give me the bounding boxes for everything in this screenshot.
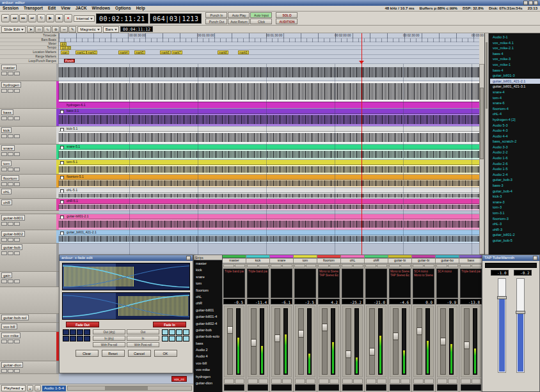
strips-list-item[interactable]: bass: [194, 340, 222, 347]
fader-track[interactable]: [417, 308, 422, 375]
track-name-button[interactable]: snare: [1, 145, 15, 151]
track-record-button[interactable]: [1, 89, 7, 93]
track-mute-button[interactable]: [8, 340, 13, 343]
strip-input-button[interactable]: [389, 264, 400, 267]
auto-return-toggle[interactable]: Auto Return: [228, 19, 250, 24]
track-name-button[interactable]: guitar-dion: [1, 362, 23, 368]
plugin-entry[interactable]: TAP Stereo Echo: [390, 274, 409, 278]
track-record-button[interactable]: [1, 116, 7, 120]
fader-handle[interactable]: [369, 348, 375, 356]
strip-name-button[interactable]: tom: [294, 258, 317, 263]
track-canvas[interactable]: hydrogen-6.1bass-3.1kick-5.1snare-5.1tom…: [59, 64, 479, 255]
track-record-button[interactable]: [1, 72, 7, 75]
fader-handle[interactable]: [251, 339, 257, 347]
region-label-bar[interactable]: ohL-5.1: [59, 188, 479, 193]
gain-tool[interactable]: ∿: [44, 26, 51, 33]
region-list-item[interactable]: ohL-3: [490, 221, 540, 227]
track-name-button[interactable]: master: [1, 65, 17, 70]
with-pre-roll-button[interactable]: With Pre-roll: [93, 342, 125, 347]
minimize-button[interactable]: [523, 1, 528, 5]
gain-display[interactable]: -0.5: [223, 299, 245, 304]
cancel-button[interactable]: Cancel: [128, 350, 151, 357]
gain-display[interactable]: 4.2: [318, 299, 340, 304]
track-lane-ohR[interactable]: ohR-5.1: [59, 199, 479, 211]
strips-list-item[interactable]: guitar-bill02-4: [194, 320, 222, 327]
maximize-button[interactable]: [528, 1, 533, 5]
xfade-titlebar[interactable]: ardour: x-fade edit: [60, 255, 193, 261]
track-record-button[interactable]: [1, 182, 7, 186]
region-list-item[interactable]: Audio 4-3: [490, 128, 540, 134]
punch-in-toggle[interactable]: Punch In: [205, 12, 227, 18]
region-list-item[interactable]: snare-6: [490, 100, 540, 106]
region-list-item[interactable]: guitar_bill01-2: [490, 232, 540, 238]
sync-source-combo[interactable]: Internal: [74, 15, 95, 22]
auto-play-toggle[interactable]: Auto Play: [228, 12, 250, 18]
region-list-item[interactable]: kick-3: [490, 194, 540, 200]
track-solo-button[interactable]: [14, 152, 20, 156]
plugin-param-value-1[interactable]: -1.0: [491, 270, 509, 276]
track-name-button[interactable]: gain: [1, 272, 12, 278]
track-lane-kick[interactable]: kick-5.1: [59, 127, 479, 145]
processor-box[interactable]: [365, 269, 387, 298]
track-solo-button[interactable]: [14, 182, 20, 186]
strip-solo-button[interactable]: [282, 379, 292, 384]
fade-out-display[interactable]: [62, 263, 190, 290]
strip-name-button[interactable]: snare: [270, 258, 293, 263]
fade-out-preset-3[interactable]: [77, 329, 83, 335]
region-list-item[interactable]: Audio 5-3: [490, 123, 540, 129]
processor-box[interactable]: Triple band par: [460, 269, 482, 298]
region-list-item[interactable]: bass-4: [490, 51, 540, 57]
plugin-slider-1[interactable]: [498, 278, 506, 373]
menu-transport[interactable]: Transport: [21, 6, 45, 10]
track-solo-button[interactable]: [14, 116, 20, 120]
plugin-entry[interactable]: Triple band par: [248, 270, 267, 274]
region-list-item[interactable]: bass-4: [490, 68, 540, 74]
strip-input-button[interactable]: [271, 264, 282, 267]
track-solo-button[interactable]: [14, 369, 20, 373]
track-mute-button[interactable]: [8, 222, 13, 226]
track-mute-button[interactable]: [8, 152, 13, 156]
region-list-item[interactable]: bass_scratch-2: [490, 139, 540, 145]
region-label-bar[interactable]: kick-5.1: [59, 127, 479, 132]
track-record-button[interactable]: [1, 152, 7, 156]
fade-in-display[interactable]: [62, 292, 190, 320]
region-list-item[interactable]: Audio 1-6: [490, 155, 540, 161]
track-mute-button[interactable]: [8, 72, 13, 75]
track-name-button[interactable]: tom: [1, 161, 12, 166]
punch-out-toggle[interactable]: Punch Out: [205, 19, 227, 24]
strip-solo-button[interactable]: [424, 379, 434, 384]
region-list-item[interactable]: ohL-4: [490, 111, 540, 117]
strip-output-button[interactable]: [295, 384, 315, 391]
region-label-bar[interactable]: guitar-bill01-2.1: [59, 214, 479, 219]
track-record-button[interactable]: [1, 279, 7, 283]
plugin-param-value-2[interactable]: -0.2: [514, 270, 532, 276]
plugin-entry[interactable]: Mono to Stereo: [414, 274, 433, 278]
track-mute-button[interactable]: [8, 89, 13, 93]
track-name-button[interactable]: kick: [1, 127, 12, 133]
audition-out-dry-button[interactable]: Out (dry): [93, 329, 125, 334]
fade-in-preset-5[interactable]: [162, 336, 168, 341]
region-list-item[interactable]: Audio 3-1: [490, 35, 540, 40]
region-label-bar[interactable]: hydrogen-6.1: [59, 102, 479, 108]
region-label-bar[interactable]: snare-5.1: [59, 145, 479, 150]
fade-in-preset-3[interactable]: [176, 329, 182, 335]
strips-list-item[interactable]: vox-bill: [194, 360, 222, 366]
regions-scroll-thumb[interactable]: [486, 42, 488, 109]
processor-box[interactable]: Triple band par: [223, 269, 245, 298]
fast-forward-button[interactable]: ▸▸: [19, 14, 28, 22]
region-list-item[interactable]: snare-4: [490, 90, 540, 95]
track-mute-button[interactable]: [8, 251, 13, 255]
gain-display[interactable]: -9.9: [436, 299, 458, 304]
playhead-marker[interactable]: [359, 61, 364, 64]
ok-button[interactable]: OK: [154, 350, 177, 357]
region-label-bar[interactable]: tom-5.1: [59, 160, 479, 165]
strip-name-button[interactable]: guitar-bi: [412, 258, 435, 263]
strip-group-button[interactable]: [235, 264, 246, 267]
track-lane-hydrogen[interactable]: hydrogen-6.1: [59, 81, 479, 109]
play-button[interactable]: ▶: [46, 14, 54, 22]
strip-solo-button[interactable]: [330, 379, 340, 384]
region-list-item[interactable]: Audio 4-4: [490, 134, 540, 139]
gain-display[interactable]: -2.5: [294, 299, 316, 304]
hscroll-thumb[interactable]: [105, 386, 148, 390]
audition-inbutton[interactable]: In: [127, 336, 159, 341]
